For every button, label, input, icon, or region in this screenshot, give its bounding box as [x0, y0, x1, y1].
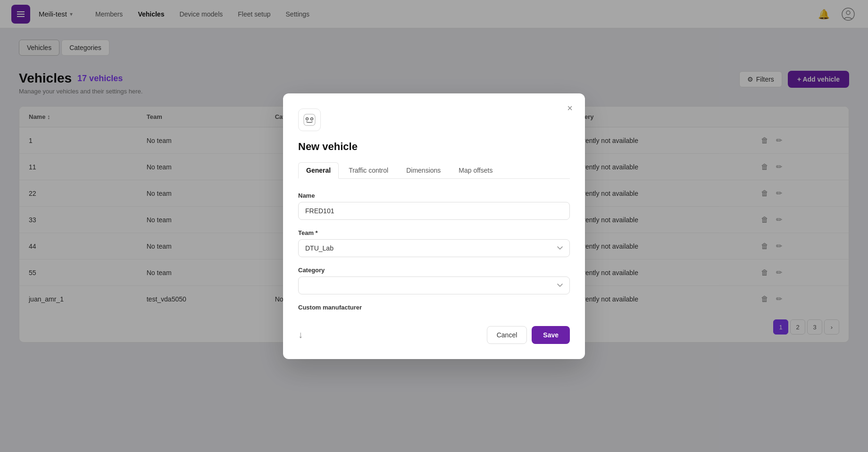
scroll-down-icon: ↓ [298, 329, 303, 340]
save-button[interactable]: Save [532, 326, 570, 344]
modal-footer: ↓ Cancel Save [298, 322, 570, 344]
modal-footer-actions: Cancel Save [487, 326, 570, 344]
team-select[interactable]: DTU_Lab No team test_vda5050 [298, 239, 570, 257]
manufacturer-field-group: Custom manufacturer [298, 304, 570, 311]
modal-overlay: × New vehicle General Traffic control Di… [0, 0, 868, 452]
svg-rect-2 [304, 114, 315, 126]
modal-icon [298, 109, 321, 131]
modal-tab-mapoffsets[interactable]: Map offsets [451, 162, 501, 179]
modal-tab-general[interactable]: General [298, 162, 339, 179]
modal-title: New vehicle [298, 141, 570, 153]
category-field-group: Category [298, 267, 570, 294]
modal-tab-dimensions[interactable]: Dimensions [398, 162, 449, 179]
new-vehicle-modal: × New vehicle General Traffic control Di… [283, 93, 585, 359]
name-input[interactable] [298, 202, 570, 220]
modal-tabs: General Traffic control Dimensions Map o… [298, 162, 570, 179]
name-label: Name [298, 192, 570, 199]
modal-tab-traffic[interactable]: Traffic control [341, 162, 396, 179]
manufacturer-label: Custom manufacturer [298, 304, 570, 311]
cancel-button[interactable]: Cancel [487, 326, 527, 344]
name-field-group: Name [298, 192, 570, 220]
svg-point-4 [311, 117, 313, 120]
category-select[interactable] [298, 276, 570, 294]
svg-point-3 [306, 117, 309, 120]
category-label: Category [298, 267, 570, 274]
team-field-group: Team * DTU_Lab No team test_vda5050 [298, 229, 570, 257]
modal-close-button[interactable]: × [562, 101, 577, 116]
team-label: Team * [298, 229, 570, 236]
